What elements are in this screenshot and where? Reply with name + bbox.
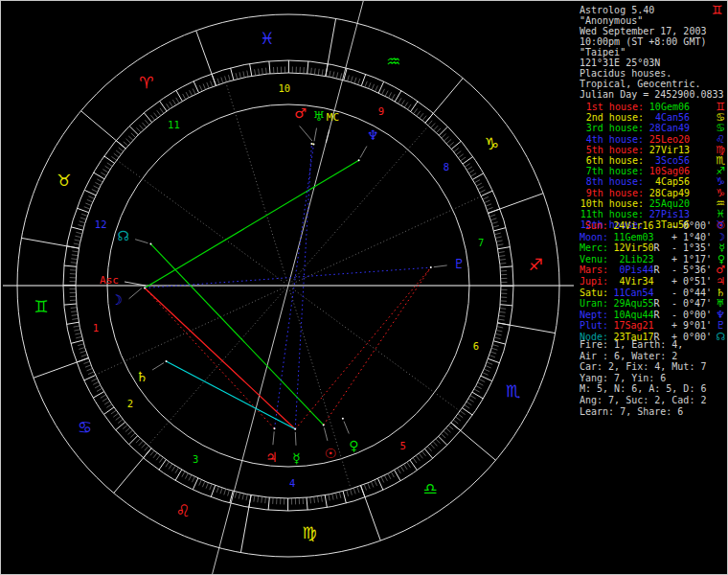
wheel-pluto-icon: ♇	[453, 256, 466, 271]
house-cusp-value: 28Can49	[644, 123, 690, 133]
wheel-jupiter-icon: ♃	[265, 449, 278, 465]
planet-velocity: + 1°40'	[661, 232, 713, 243]
sign-aries-icon: ♈	[139, 73, 153, 92]
sign-libra-icon: ♎	[423, 479, 438, 498]
house-sign-icon: ♑	[710, 188, 725, 198]
house-row: 9th house:28Cap49♑	[580, 188, 725, 198]
app-title: Astrolog 5.40	[580, 5, 654, 15]
stat-line-elements-2: Air : 6, Water: 2	[580, 351, 706, 362]
sign-capricorn-icon: ♑	[485, 134, 499, 153]
house-sign-icon: ♋	[710, 123, 725, 133]
house-number: 12	[95, 218, 107, 230]
planet-row: Uran:29Aqu55R- 0°47'♅	[580, 298, 725, 310]
planet-position-value: 24Vir16	[608, 220, 654, 232]
house-number: 10	[278, 82, 290, 94]
mc-label: MC	[327, 111, 339, 124]
house-number: 11	[168, 119, 180, 130]
planet-velocity: + 0°51'	[661, 276, 713, 288]
planet-icon: ♅	[712, 298, 725, 310]
house-cusp-value: 3Sco56	[644, 155, 690, 166]
planet-label: Jupi:	[580, 276, 608, 288]
wheel-sun-icon: ☉	[325, 446, 337, 461]
house-number: 1	[93, 322, 99, 334]
sign-scorpio-icon: ♏	[506, 381, 520, 401]
house-label: 6th house:	[580, 155, 644, 166]
planet-position-value: 2Lib23	[608, 254, 654, 265]
sign-gemini-icon: ♊	[34, 297, 48, 316]
planet-icon: ☉	[712, 220, 725, 232]
house-row: 1st house:10Gem06♊	[580, 102, 725, 112]
planet-velocity: - 5°36'	[661, 264, 713, 276]
house-cusp-value: 10Gem06	[644, 102, 690, 112]
planet-position-value: 12Vir50	[608, 242, 654, 254]
house-system: Placidus houses.	[580, 68, 671, 79]
chart-time: 10:00pm (ST +8:00 GMT)	[580, 36, 706, 47]
house-sign-icon: ♑	[710, 176, 725, 187]
planet-position-value: 11Can54	[608, 288, 654, 299]
wheel-uranus-icon: ♅	[313, 108, 326, 124]
zodiac-mode: Tropical, Geocentric.	[580, 79, 700, 89]
planet-position-value: 11Gem03	[608, 232, 654, 243]
planet-label: Uran:	[580, 298, 608, 310]
chart-wheel: ♈♉♊♋♌♍♎♏♐♑♒♓123456789101112☉☽☿♀♂♃♄♅♆♇☊MC…	[1, 1, 576, 575]
planet-position-value: 0Pis44	[608, 264, 654, 276]
planet-row: Sun:24Vir16- 0°00'☉	[580, 220, 725, 232]
stat-line-modes: Car: 2, Fix: 4, Mut: 7	[580, 361, 706, 373]
retrograde-flag	[653, 220, 660, 232]
planet-label: Plut:	[580, 320, 608, 332]
house-number: 8	[444, 161, 449, 172]
planet-position-value: 29Aqu55	[608, 298, 654, 310]
house-cusp-value: 25Leo20	[644, 134, 690, 145]
planet-label: Sun:	[580, 220, 608, 232]
sign-aquarius-icon: ♒	[386, 52, 400, 71]
ascendant-sign-corner-glyph: ♊	[712, 3, 723, 17]
planet-label: Satu:	[580, 288, 608, 299]
planet-velocity: - 0°44'	[661, 288, 713, 299]
planet-velocity: - 1°35'	[661, 242, 713, 254]
house-label: 4th house:	[580, 134, 644, 145]
julian-day: Julian Day = 2452900.0833	[580, 89, 724, 100]
planet-row: Moon:11Gem03+ 1°40'☽	[580, 232, 725, 243]
chart-coords: 121°31E 25°03N	[580, 58, 660, 68]
planet-velocity: - 0°00'	[661, 310, 713, 321]
astrolog-window: ♈♉♊♋♌♍♎♏♐♑♒♓123456789101112☉☽☿♀♂♃♄♅♆♇☊MC…	[0, 0, 728, 575]
sign-leo-icon: ♌	[175, 501, 190, 520]
planet-position-value: 4Vir34	[608, 276, 654, 288]
planet-icon: ☊	[712, 332, 725, 343]
house-number: 6	[473, 340, 479, 352]
house-cusp-value: 27Vir13	[644, 145, 690, 155]
planet-row: Merc:12Vir50R- 1°35'☿	[580, 242, 725, 254]
house-label: 8th house:	[580, 176, 644, 187]
planet-row: Venu:2Lib23+ 1°17'♀	[580, 254, 725, 265]
planet-row: Satu:11Can54- 0°44'♄	[580, 288, 725, 299]
house-number: 7	[478, 237, 484, 248]
house-label: 3rd house:	[580, 123, 644, 133]
sign-taurus-icon: ♉	[57, 171, 71, 190]
sign-pisces-icon: ♓	[260, 29, 274, 48]
wheel-node-icon: ☊	[117, 228, 128, 243]
planet-position-value: 17Sag21	[608, 320, 654, 332]
planet-label: Venu:	[580, 254, 608, 265]
retrograde-flag: R	[654, 242, 661, 254]
retrograde-flag: R	[654, 310, 661, 321]
house-row: 7th house:10Sag06♐	[580, 166, 725, 176]
house-label: 5th house:	[580, 145, 644, 155]
retrograde-flag	[654, 276, 661, 288]
element-stats: Fire: 1, Earth: 4, Air : 6, Water: 2 Car…	[580, 339, 706, 417]
planet-velocity: + 1°17'	[661, 254, 713, 265]
stat-line-learn-share: Learn: 7, Share: 6	[580, 406, 706, 418]
sign-sagittarius-icon: ♐	[528, 255, 542, 274]
house-label: 10th house:	[580, 198, 644, 209]
wheel-neptune-icon: ♆	[367, 127, 379, 143]
house-row: 5th house:27Vir13♍	[580, 145, 725, 155]
planet-label: Mars:	[580, 264, 608, 276]
house-row: 10th house:25Aqu20♒	[580, 198, 725, 209]
retrograde-flag	[654, 254, 661, 265]
chart-city: "Taipei"	[580, 47, 626, 58]
house-label: 2nd house:	[580, 112, 644, 123]
planet-row: Jupi:4Vir34+ 0°51'♃	[580, 276, 725, 288]
stat-line-yang-yin: Yang: 7, Yin: 6	[580, 373, 706, 384]
house-row: 8th house:4Cap56♑	[580, 176, 725, 187]
house-number: 3	[193, 453, 198, 465]
house-cusp-value: 25Aqu20	[644, 198, 690, 209]
